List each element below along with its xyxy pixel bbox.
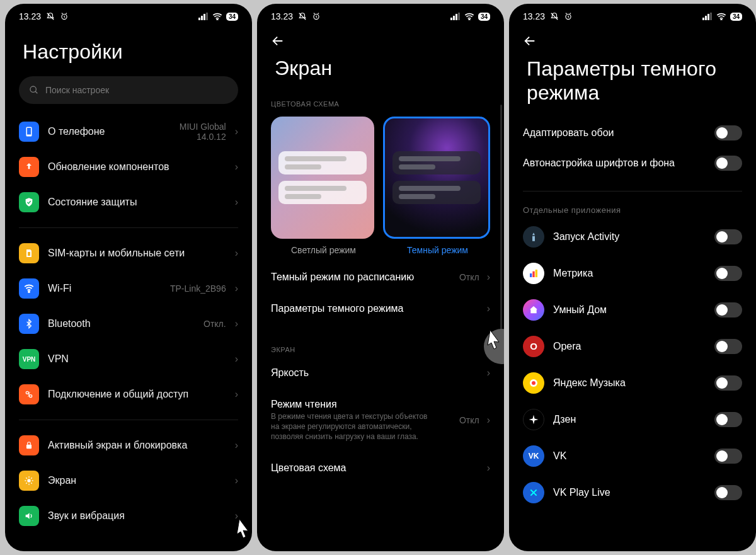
toggle[interactable] bbox=[714, 229, 742, 244]
row-app-opera[interactable]: O Opera bbox=[509, 328, 756, 365]
theme-card-light[interactable] bbox=[271, 117, 374, 239]
mute-icon bbox=[550, 12, 559, 21]
back-button[interactable] bbox=[257, 24, 504, 50]
svg-line-24 bbox=[26, 483, 26, 484]
row-vpn[interactable]: VPN VPN › bbox=[13, 341, 244, 377]
toggle[interactable] bbox=[714, 156, 742, 171]
svg-point-16 bbox=[27, 479, 30, 483]
chevron-right-icon: › bbox=[235, 440, 238, 451]
row-display[interactable]: Экран › bbox=[13, 463, 244, 498]
row-lockscreen[interactable]: Активный экран и блокировка › bbox=[13, 428, 244, 463]
wifi-icon bbox=[464, 13, 474, 20]
wifi-icon bbox=[19, 278, 39, 299]
search-placeholder: Поиск настроек bbox=[45, 85, 109, 95]
row-app-activity[interactable]: Запуск Activity bbox=[509, 219, 756, 255]
update-icon bbox=[19, 157, 39, 177]
row-update[interactable]: Обновление компонентов › bbox=[13, 149, 244, 185]
svg-rect-43 bbox=[536, 270, 537, 277]
page-title: Настройки bbox=[5, 24, 252, 72]
toggle[interactable] bbox=[714, 302, 742, 318]
scrollbar[interactable] bbox=[500, 105, 502, 357]
row-brightness[interactable]: Яркость › bbox=[257, 357, 504, 389]
svg-point-31 bbox=[469, 19, 470, 20]
row-reading-mode[interactable]: Режим чтения В режиме чтения цвета и тек… bbox=[257, 389, 504, 452]
svg-rect-37 bbox=[707, 14, 709, 20]
mute-icon bbox=[46, 12, 55, 21]
toggle[interactable] bbox=[714, 412, 742, 427]
app-icon-dzen bbox=[523, 409, 544, 430]
toggle[interactable] bbox=[714, 125, 742, 140]
row-app-vk-play[interactable]: VK Play Live bbox=[509, 474, 756, 511]
row-app-vk[interactable]: VK VK bbox=[509, 438, 756, 474]
app-icon-yandex-music bbox=[523, 372, 544, 394]
wifi-icon bbox=[716, 13, 726, 20]
row-about-phone[interactable]: О телефоне MIUI Global 14.0.12 › bbox=[13, 114, 244, 149]
row-app-metrica[interactable]: Метрика bbox=[509, 255, 756, 292]
search-icon bbox=[29, 85, 39, 95]
toggle[interactable] bbox=[714, 485, 742, 500]
row-bluetooth[interactable]: Bluetooth Откл. › bbox=[13, 306, 244, 341]
arrow-left-icon bbox=[523, 34, 537, 48]
row-app-yandex-music[interactable]: Яндекс Музыка bbox=[509, 365, 756, 401]
battery-icon: 34 bbox=[730, 13, 742, 21]
page-title: Параметры темного режима bbox=[509, 50, 756, 114]
svg-point-45 bbox=[532, 381, 536, 385]
toggle[interactable] bbox=[714, 339, 742, 354]
svg-line-8 bbox=[35, 91, 37, 93]
sim-icon bbox=[19, 243, 39, 263]
statusbar: 13.23 34 bbox=[257, 4, 504, 24]
svg-line-22 bbox=[31, 483, 32, 484]
svg-point-12 bbox=[28, 291, 30, 292]
chevron-right-icon: › bbox=[487, 415, 490, 426]
chevron-right-icon: › bbox=[235, 318, 238, 329]
row-auto-fonts[interactable]: Автонастройка шрифтов и фона bbox=[509, 148, 756, 178]
chevron-right-icon: › bbox=[235, 283, 238, 294]
app-icon-vk-play bbox=[523, 482, 544, 503]
row-sim[interactable]: SIM-карты и мобильные сети › bbox=[13, 236, 244, 271]
svg-rect-30 bbox=[458, 13, 460, 20]
app-icon-metrica bbox=[523, 263, 544, 284]
row-color-scheme[interactable]: Цветовая схема › bbox=[257, 452, 504, 484]
row-dark-schedule[interactable]: Темный режим по расписанию Откл › bbox=[257, 261, 504, 293]
svg-rect-28 bbox=[453, 16, 455, 20]
section-color-scheme: ЦВЕТОВАЯ СХЕМА bbox=[257, 89, 504, 112]
chevron-right-icon: › bbox=[235, 248, 238, 259]
svg-rect-4 bbox=[203, 14, 205, 20]
app-icon-smart-home bbox=[523, 299, 544, 321]
row-security[interactable]: Состояние защиты › bbox=[13, 185, 244, 220]
svg-rect-41 bbox=[530, 273, 532, 277]
svg-rect-3 bbox=[201, 16, 203, 20]
svg-rect-27 bbox=[450, 18, 452, 20]
chevron-right-icon: › bbox=[487, 462, 490, 474]
row-adapt-wallpaper[interactable]: Адаптировать обои bbox=[509, 114, 756, 148]
status-time: 13.23 bbox=[523, 11, 545, 21]
svg-point-39 bbox=[721, 19, 722, 20]
chevron-right-icon: › bbox=[487, 272, 490, 283]
toggle[interactable] bbox=[714, 449, 742, 464]
toggle[interactable] bbox=[714, 375, 742, 391]
chevron-right-icon: › bbox=[235, 126, 238, 137]
chevron-right-icon: › bbox=[487, 367, 490, 379]
search-input[interactable]: Поиск настроек bbox=[19, 76, 238, 104]
signal-icon bbox=[198, 13, 209, 20]
chevron-right-icon: › bbox=[235, 161, 238, 173]
row-app-smart-home[interactable]: Умный Дом bbox=[509, 292, 756, 328]
arrow-left-icon bbox=[271, 34, 285, 48]
row-dark-params[interactable]: Параметры темного режима › bbox=[257, 293, 504, 324]
toggle[interactable] bbox=[714, 266, 742, 281]
battery-icon: 34 bbox=[226, 13, 238, 21]
theme-cards bbox=[257, 112, 504, 243]
svg-rect-10 bbox=[27, 128, 31, 135]
chevron-right-icon: › bbox=[235, 389, 238, 400]
svg-line-23 bbox=[31, 478, 32, 479]
battery-icon: 34 bbox=[478, 13, 490, 21]
theme-card-dark[interactable] bbox=[383, 117, 490, 239]
row-app-dzen[interactable]: Дзен bbox=[509, 401, 756, 438]
settings-group-1: О телефоне MIUI Global 14.0.12 › Обновле… bbox=[5, 114, 252, 220]
theme-label-light: Светлый режим bbox=[271, 245, 376, 255]
back-button[interactable] bbox=[509, 24, 756, 50]
row-sound[interactable]: Звук и вибрация › bbox=[13, 498, 244, 534]
row-connection[interactable]: Подключение и общий доступ › bbox=[13, 377, 244, 412]
row-wifi[interactable]: Wi-Fi TP-Link_2B96 › bbox=[13, 271, 244, 306]
statusbar: 13.23 34 bbox=[5, 4, 252, 24]
